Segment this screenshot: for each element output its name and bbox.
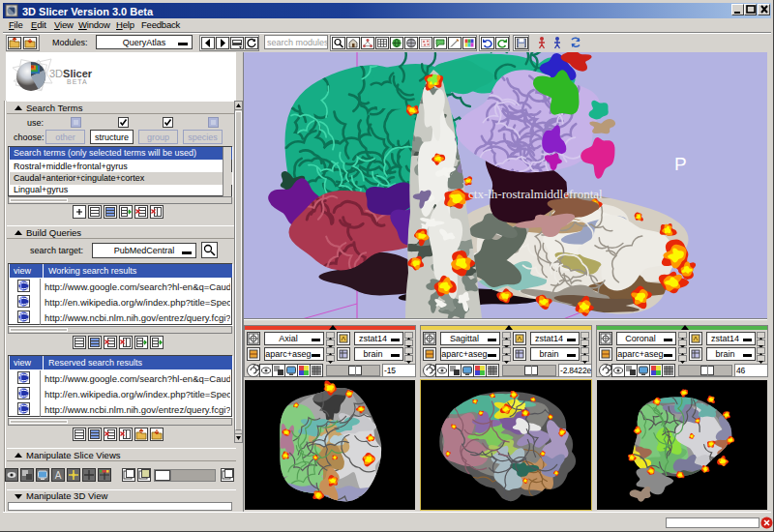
svg-text:P: P: [674, 154, 687, 174]
svg-text:ctx-lh-rostralmiddlefrontal: ctx-lh-rostralmiddlefrontal: [468, 187, 603, 201]
svg-text:A: A: [55, 470, 62, 481]
